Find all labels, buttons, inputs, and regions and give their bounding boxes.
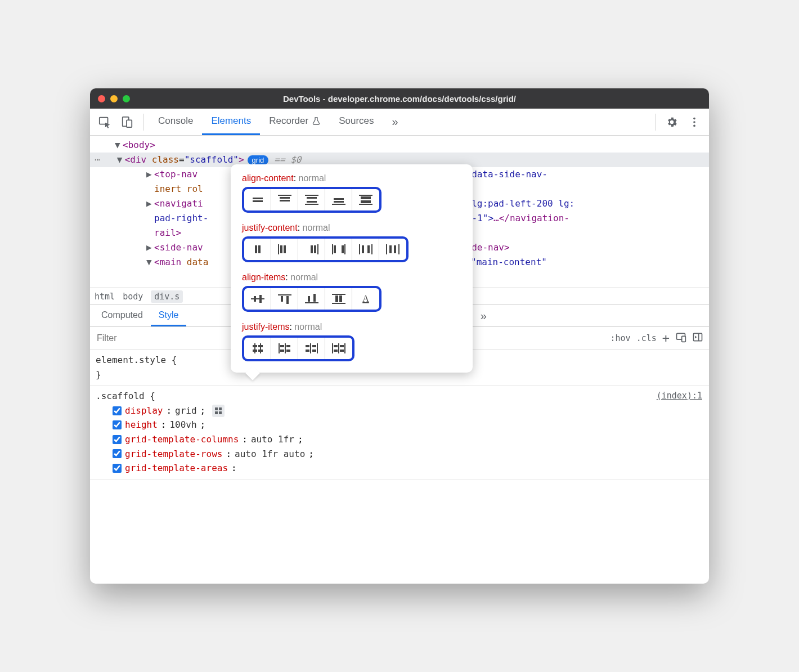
css-declaration[interactable]: grid-template-columns:auto 1fr; bbox=[96, 432, 703, 447]
svg-rect-65 bbox=[260, 343, 261, 353]
align-items-start-icon[interactable] bbox=[271, 288, 298, 310]
svg-rect-75 bbox=[286, 350, 290, 352]
inspect-icon[interactable] bbox=[95, 112, 115, 132]
scaffold-rule[interactable]: (index):1 .scaffold { display:grid; heig… bbox=[90, 386, 709, 480]
justify-content-end-icon[interactable] bbox=[298, 239, 325, 260]
svg-rect-78 bbox=[306, 345, 309, 347]
breadcrumb-item[interactable]: html bbox=[95, 292, 115, 302]
svg-rect-64 bbox=[254, 343, 255, 353]
expand-toggle[interactable]: ▶ bbox=[146, 168, 154, 181]
decl-toggle[interactable] bbox=[113, 420, 122, 429]
cls-button[interactable]: .cls bbox=[636, 333, 657, 343]
align-items-baseline-icon[interactable]: A bbox=[352, 288, 379, 310]
decl-toggle[interactable] bbox=[113, 464, 122, 473]
minimize-window-button[interactable] bbox=[110, 95, 118, 102]
maximize-window-button[interactable] bbox=[123, 95, 130, 102]
justify-content-center-icon[interactable] bbox=[244, 239, 271, 260]
tab-sources[interactable]: Sources bbox=[330, 109, 383, 135]
expand-toggle[interactable]: ▼ bbox=[146, 256, 154, 269]
styles-device-icon[interactable] bbox=[675, 331, 686, 345]
settings-icon[interactable] bbox=[662, 112, 682, 132]
justify-content-options bbox=[242, 236, 409, 262]
svg-rect-58 bbox=[305, 302, 318, 303]
svg-rect-44 bbox=[367, 245, 370, 253]
expand-toggle[interactable]: ▶ bbox=[146, 197, 154, 210]
titlebar: DevTools - developer.chrome.com/docs/dev… bbox=[90, 88, 709, 109]
align-content-center-icon[interactable] bbox=[244, 189, 271, 210]
justify-content-start-icon[interactable] bbox=[271, 239, 298, 260]
svg-rect-14 bbox=[253, 198, 263, 199]
grid-editor-icon[interactable] bbox=[212, 405, 225, 417]
svg-rect-41 bbox=[344, 244, 345, 254]
more-tabs-button[interactable]: » bbox=[385, 115, 405, 128]
align-content-options bbox=[242, 187, 381, 213]
window-title: DevTools - developer.chrome.com/docs/dev… bbox=[283, 94, 516, 104]
subtab-computed[interactable]: Computed bbox=[93, 305, 151, 326]
breadcrumb-item[interactable]: div.s bbox=[151, 290, 183, 303]
svg-rect-39 bbox=[334, 245, 336, 253]
align-content-start-icon[interactable] bbox=[271, 189, 298, 210]
hov-button[interactable]: :hov bbox=[611, 333, 631, 343]
breadcrumb-item[interactable]: body bbox=[123, 292, 143, 302]
close-window-button[interactable] bbox=[98, 95, 105, 102]
svg-point-5 bbox=[693, 124, 695, 127]
device-toolbar-icon[interactable] bbox=[117, 112, 137, 132]
css-declaration[interactable]: height:100vh; bbox=[96, 418, 703, 432]
toggle-sidebar-icon[interactable] bbox=[692, 331, 703, 345]
tab-console[interactable]: Console bbox=[149, 109, 202, 135]
justify-content-space-evenly-icon[interactable] bbox=[379, 239, 406, 260]
expand-toggle[interactable]: ▼ bbox=[117, 153, 125, 167]
justify-items-start-icon[interactable] bbox=[271, 338, 298, 359]
svg-rect-70 bbox=[279, 343, 280, 353]
line-menu-icon[interactable]: ⋯ bbox=[95, 154, 100, 165]
justify-content-space-around-icon[interactable] bbox=[352, 239, 379, 260]
svg-rect-40 bbox=[342, 245, 344, 253]
subtab-styles[interactable]: Style bbox=[151, 305, 187, 326]
svg-rect-79 bbox=[312, 345, 316, 347]
svg-rect-67 bbox=[258, 345, 263, 347]
css-declaration[interactable]: grid-template-rows:auto 1fr auto; bbox=[96, 447, 703, 462]
align-items-center-icon[interactable] bbox=[244, 288, 271, 310]
svg-rect-27 bbox=[361, 196, 371, 199]
css-declaration[interactable]: display:grid; bbox=[96, 404, 703, 418]
svg-rect-18 bbox=[280, 200, 290, 201]
svg-rect-72 bbox=[280, 345, 284, 347]
svg-rect-59 bbox=[332, 294, 345, 295]
svg-rect-82 bbox=[332, 343, 333, 353]
justify-items-end-icon[interactable] bbox=[298, 338, 325, 359]
tab-recorder[interactable]: Recorder bbox=[260, 109, 330, 135]
tab-elements[interactable]: Elements bbox=[202, 109, 260, 135]
svg-point-4 bbox=[693, 121, 695, 123]
justify-items-stretch-icon[interactable] bbox=[325, 338, 352, 359]
expand-toggle[interactable]: ▼ bbox=[115, 138, 123, 152]
svg-rect-55 bbox=[286, 296, 289, 304]
justify-items-options bbox=[242, 335, 354, 361]
align-items-end-icon[interactable] bbox=[298, 288, 325, 310]
kebab-menu-icon[interactable] bbox=[684, 112, 704, 132]
svg-rect-28 bbox=[361, 200, 371, 203]
justify-items-center-icon[interactable] bbox=[244, 338, 271, 359]
align-content-stretch-icon[interactable] bbox=[352, 189, 379, 210]
grid-badge[interactable]: grid bbox=[248, 155, 269, 165]
style-quick-buttons: :hov .cls + bbox=[605, 331, 710, 345]
new-rule-button[interactable]: + bbox=[662, 331, 670, 345]
svg-rect-38 bbox=[332, 244, 333, 254]
justify-content-space-between-icon[interactable] bbox=[325, 239, 352, 260]
align-items-options: A bbox=[242, 286, 381, 312]
css-declaration[interactable]: grid-template-areas: bbox=[96, 461, 703, 476]
svg-rect-42 bbox=[359, 244, 360, 254]
decl-toggle[interactable] bbox=[113, 435, 122, 444]
svg-rect-16 bbox=[278, 195, 291, 196]
more-subtabs-button[interactable]: » bbox=[474, 310, 493, 322]
svg-rect-53 bbox=[278, 294, 291, 295]
svg-rect-56 bbox=[308, 296, 310, 302]
svg-rect-61 bbox=[339, 295, 342, 302]
expand-toggle[interactable]: ▶ bbox=[146, 241, 154, 254]
align-content-space-between-icon[interactable] bbox=[298, 189, 325, 210]
align-items-stretch-icon[interactable] bbox=[325, 288, 352, 310]
source-link[interactable]: (index):1 bbox=[657, 389, 702, 402]
decl-toggle[interactable] bbox=[113, 406, 122, 415]
decl-toggle[interactable] bbox=[113, 449, 122, 458]
align-content-end-icon[interactable] bbox=[325, 189, 352, 210]
svg-rect-50 bbox=[251, 298, 264, 299]
